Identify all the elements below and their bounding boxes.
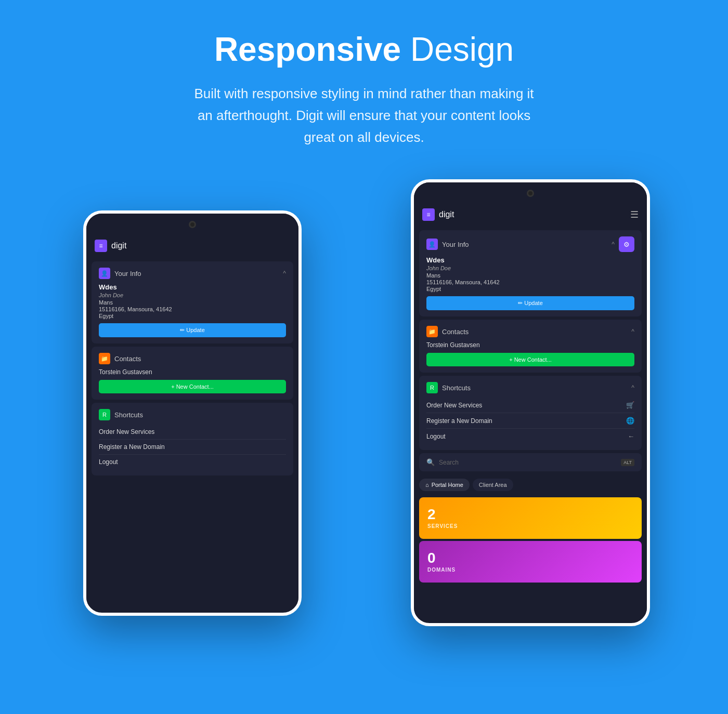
app-logo-back: ≡ digit — [95, 240, 126, 252]
your-info-caret-back: ^ — [283, 270, 286, 277]
shortcuts-icon-front: R — [426, 382, 438, 393]
shortcuts-section-back: R Shortcuts Order New Services Register … — [92, 403, 293, 475]
shortcut-text-1-back: Order New Services — [99, 428, 154, 435]
shortcut-cart-icon: 🛒 — [626, 401, 634, 409]
shortcut-logout-icon: ← — [628, 432, 634, 440]
shortcuts-header-front: R Shortcuts ^ — [426, 382, 634, 393]
shortcut-item-2-front[interactable]: Register a New Domain 🌐 — [426, 413, 634, 429]
shortcut-text-3-front: Logout — [426, 433, 446, 440]
tab-client-area-label: Client Area — [479, 482, 507, 488]
shortcut-text-1-front: Order New Services — [426, 402, 482, 409]
contacts-caret-front: ^ — [631, 328, 634, 335]
new-contact-btn-front[interactable]: + New Contact... — [426, 353, 634, 366]
shortcut-item-1-front[interactable]: Order New Services 🛒 — [426, 398, 634, 413]
shortcuts-header-back: R Shortcuts — [99, 409, 286, 420]
your-info-title-row-back: 👤 Your Info — [99, 268, 141, 279]
update-btn-back[interactable]: ✏ Update — [99, 323, 286, 337]
camera-back — [189, 221, 196, 228]
app-logo-front: ≡ digit — [422, 208, 454, 221]
phone-top-bar-back — [86, 214, 298, 233]
search-icon-front: 🔍 — [426, 458, 435, 466]
your-info-icon-back: 👤 — [99, 268, 110, 279]
stats-domains-label: DOMAINS — [427, 567, 633, 573]
stats-domains-card: 0 DOMAINS — [419, 541, 642, 583]
phone-back: ≡ digit 👤 Your Info ^ Wdes John Doe Mans… — [83, 210, 302, 616]
stats-domains-number: 0 — [427, 551, 633, 565]
contacts-label-front: Contacts — [442, 328, 469, 336]
contacts-header-front: 📁 Contacts ^ — [426, 326, 634, 337]
your-info-header-back: 👤 Your Info ^ — [99, 268, 286, 279]
phone-front-content: ≡ digit ☰ 👤 Your Info ^ ⚙ Wdes — [414, 202, 647, 616]
info-company-front: Mans — [426, 272, 634, 279]
hero-title-bold: Responsive — [214, 31, 401, 68]
info-country-back: Egypt — [99, 313, 286, 319]
shortcut-item-3-front[interactable]: Logout ← — [426, 429, 634, 444]
your-info-caret-front: ^ — [612, 241, 615, 248]
new-contact-btn-back[interactable]: + New Contact... — [99, 380, 286, 393]
stats-services-label: SERVICES — [427, 523, 633, 529]
your-info-section-front: 👤 Your Info ^ ⚙ Wdes John Doe Mans 15116… — [419, 230, 642, 316]
info-country-front: Egypt — [426, 286, 634, 292]
search-bar-front[interactable]: 🔍 Search ALT — [419, 453, 642, 471]
phone-back-content: ≡ digit 👤 Your Info ^ Wdes John Doe Mans… — [86, 233, 298, 605]
phone-top-bar-front — [414, 182, 647, 202]
phone-front: ≡ digit ☰ 👤 Your Info ^ ⚙ Wdes — [411, 179, 650, 626]
shortcuts-icon-back: R — [99, 409, 110, 420]
contacts-icon-back: 📁 — [99, 353, 110, 364]
tab-client-area[interactable]: Client Area — [473, 479, 513, 491]
phones-container: ≡ digit 👤 Your Info ^ Wdes John Doe Mans… — [0, 169, 728, 637]
stats-services-number: 2 — [427, 507, 633, 522]
shortcut-text-3-back: Logout — [99, 458, 118, 466]
update-btn-front[interactable]: ✏ Update — [426, 296, 634, 310]
your-info-header-front: 👤 Your Info ^ ⚙ — [426, 236, 634, 252]
contacts-section-front: 📁 Contacts ^ Torstein Gustavsen + New Co… — [419, 320, 642, 373]
shortcut-globe-icon: 🌐 — [626, 417, 634, 425]
logo-icon-back: ≡ — [95, 240, 107, 252]
shortcut-item-3-back[interactable]: Logout — [99, 455, 286, 469]
stats-services-card: 2 SERVICES — [419, 497, 642, 539]
shortcut-text-2-back: Register a New Domain — [99, 443, 165, 451]
hamburger-icon-front[interactable]: ☰ — [630, 209, 639, 220]
shortcuts-section-front: R Shortcuts ^ Order New Services 🛒 Regis… — [419, 376, 642, 450]
info-name-back: Wdes — [99, 283, 286, 291]
logo-text-back: digit — [111, 241, 126, 250]
shortcuts-label-back: Shortcuts — [114, 411, 143, 419]
your-info-section-back: 👤 Your Info ^ Wdes John Doe Mans 1511616… — [92, 261, 293, 343]
search-left: 🔍 Search — [426, 458, 459, 466]
app-header-back: ≡ digit — [86, 233, 298, 258]
contacts-title-row-back: 📁 Contacts — [99, 353, 141, 364]
settings-btn-front[interactable]: ⚙ — [619, 236, 634, 252]
shortcuts-caret-front: ^ — [631, 384, 634, 391]
shortcuts-label-front: Shortcuts — [442, 384, 471, 392]
shortcut-item-1-back[interactable]: Order New Services — [99, 425, 286, 440]
shortcut-item-2-back[interactable]: Register a New Domain — [99, 440, 286, 455]
info-address-front: 15116166, Mansoura, 41642 — [426, 279, 634, 285]
info-name-front: Wdes — [426, 256, 634, 264]
info-company-back: Mans — [99, 299, 286, 306]
contact-name-back: Torstein Gustavsen — [99, 368, 286, 376]
contact-name-front: Torstein Gustavsen — [426, 341, 634, 349]
logo-icon-front: ≡ — [422, 208, 435, 221]
your-info-label-back: Your Info — [114, 270, 141, 277]
search-badge-front: ALT — [621, 459, 634, 466]
contacts-header-back: 📁 Contacts — [99, 353, 286, 364]
tab-portal-home-label: Portal Home — [432, 482, 463, 488]
hero-subtitle: Built with responsive styling in mind ra… — [192, 83, 536, 148]
shortcuts-title-row-front: R Shortcuts — [426, 382, 471, 393]
shortcut-text-2-front: Register a New Domain — [426, 417, 492, 425]
contacts-icon-front: 📁 — [426, 326, 438, 337]
search-placeholder-front: Search — [439, 459, 459, 466]
tab-portal-home[interactable]: ⌂ Portal Home — [419, 479, 470, 491]
your-info-label-front: Your Info — [442, 241, 469, 248]
tab-home-icon: ⌂ — [425, 482, 429, 488]
shortcuts-title-row-back: R Shortcuts — [99, 409, 143, 420]
logo-text-front: digit — [439, 210, 454, 219]
your-info-icon-front: 👤 — [426, 239, 438, 250]
contacts-section-back: 📁 Contacts Torstein Gustavsen + New Cont… — [92, 347, 293, 400]
contacts-title-row-front: 📁 Contacts — [426, 326, 469, 337]
info-subtitle-front: John Doe — [426, 265, 634, 271]
info-subtitle-back: John Doe — [99, 292, 286, 298]
info-address-back: 15116166, Mansoura, 41642 — [99, 306, 286, 312]
hero-title: Responsive Design — [10, 31, 718, 68]
camera-front — [527, 190, 534, 197]
